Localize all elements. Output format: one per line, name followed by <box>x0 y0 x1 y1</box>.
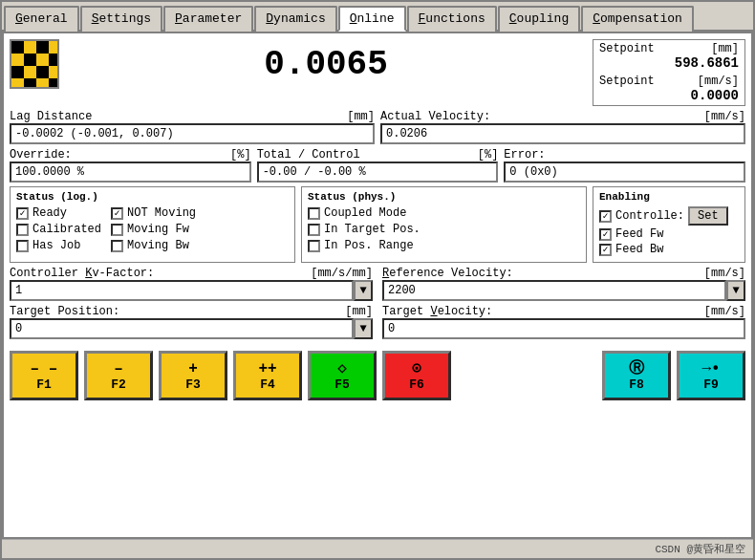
fn-f2-label: F2 <box>111 378 126 391</box>
cb-ready: Ready <box>16 206 101 220</box>
cb-calibrated-box[interactable] <box>16 224 29 236</box>
tab-dynamics[interactable]: Dynamics <box>254 6 336 32</box>
override-value: 100.0000 % <box>10 162 251 183</box>
position-value: 0.0065 <box>65 39 587 84</box>
cb-in-target-pos-box[interactable] <box>308 224 320 236</box>
footer-text: CSDN @黄昏和星空 <box>655 544 745 555</box>
lag-distance-label: Lag Distance <box>10 110 92 123</box>
fn-f2-button[interactable]: – F2 <box>84 351 153 400</box>
status-log-title: Status (log.) <box>16 191 289 203</box>
warning-icon <box>10 39 59 89</box>
cb-calibrated-label: Calibrated <box>32 223 101 236</box>
status-log-box: Status (log.) Ready Calibrated <box>10 186 295 263</box>
cb-moving-fw-label: Moving Fw <box>127 223 189 236</box>
target-vel-unit: [mm/s] <box>704 305 745 318</box>
enabling-title: Enabling <box>599 191 739 203</box>
ref-vel-input[interactable] <box>382 280 726 301</box>
status-log-col2: NOT Moving Moving Fw Moving Bw <box>111 206 196 252</box>
set-button[interactable]: Set <box>688 206 728 226</box>
override-unit: [%] <box>230 148 251 162</box>
setpoint-value-mms: 0.0000 <box>599 88 739 103</box>
lag-distance-value: -0.0002 (-0.001, 0.007) <box>10 123 375 144</box>
cb-controlle-label: Controlle: <box>615 209 684 223</box>
tab-general[interactable]: General <box>4 6 79 32</box>
ctrl-kv-input[interactable] <box>10 280 354 301</box>
fn-f4-button[interactable]: ++ F4 <box>233 351 302 400</box>
content-area: 0.0065 Setpoint [mm] 598.6861 Setpoint [… <box>2 32 753 539</box>
cb-feed-fw-label: Feed Fw <box>615 227 663 241</box>
target-pos-dropdown[interactable]: ▼ <box>354 318 373 339</box>
setpoint-label: Setpoint <box>599 42 655 55</box>
fn-f1-symbol: – – <box>31 361 58 377</box>
total-control-group: Total / Control [%] -0.00 / -0.00 % <box>257 148 499 183</box>
tab-settings[interactable]: Settings <box>80 6 162 32</box>
fn-spacer <box>457 351 596 400</box>
cb-moving-bw: Moving Bw <box>111 239 196 252</box>
cb-moving-fw: Moving Fw <box>111 223 196 236</box>
fn-f6-label: F6 <box>409 378 424 391</box>
ref-vel-group: Reference Velocity: [mm/s] ▼ <box>382 267 745 301</box>
tab-compensation[interactable]: Compensation <box>581 6 694 32</box>
top-row: 0.0065 Setpoint [mm] 598.6861 Setpoint [… <box>10 39 745 106</box>
cb-moving-bw-label: Moving Bw <box>127 239 189 252</box>
override-group: Override: [%] 100.0000 % <box>10 148 251 183</box>
fn-f8-symbol: Ⓡ <box>629 361 644 377</box>
cb-has-job-box[interactable] <box>16 240 29 252</box>
ctrl-kv-group: Controller Kv-Factor: [mm/s/mm] ▼ <box>10 267 373 301</box>
lag-distance-group: Lag Distance [mm] -0.0002 (-0.001, 0.007… <box>10 110 375 144</box>
status-log-checkboxes: Ready Calibrated Has Job <box>16 206 289 252</box>
cb-feed-bw-label: Feed Bw <box>615 243 663 256</box>
cb-has-job: Has Job <box>16 239 101 252</box>
lag-velocity-row: Lag Distance [mm] -0.0002 (-0.001, 0.007… <box>10 110 745 144</box>
target-pos-label-row: Target Position: [mm] <box>10 305 373 318</box>
ctrl-kv-label-row: Controller Kv-Factor: [mm/s/mm] <box>10 267 373 280</box>
actual-velocity-group: Actual Velocity: [mm/s] 0.0206 <box>380 110 745 144</box>
cb-not-moving-box[interactable] <box>111 207 123 220</box>
fn-f8-button[interactable]: Ⓡ F8 <box>602 351 671 400</box>
setpoint-block: Setpoint [mm] 598.6861 Setpoint [mm/s] 0… <box>593 39 745 106</box>
cb-coupled-mode-box[interactable] <box>308 207 320 220</box>
lag-distance-unit: [mm] <box>347 110 375 123</box>
target-pos-unit: [mm] <box>345 305 373 318</box>
fn-button-row: – – F1 – F2 + F3 ++ F4 ◇ F5 ⊙ F6 <box>10 347 745 400</box>
tab-coupling[interactable]: Coupling <box>498 6 580 32</box>
cb-not-moving: NOT Moving <box>111 206 196 220</box>
enabling-controlle-row: Controlle: Set <box>599 206 739 226</box>
actual-velocity-unit: [mm/s] <box>704 110 745 123</box>
fn-f1-button[interactable]: – – F1 <box>10 351 78 400</box>
ref-vel-label-row: Reference Velocity: [mm/s] <box>382 267 745 280</box>
cb-moving-fw-box[interactable] <box>111 224 123 236</box>
ref-vel-dropdown[interactable]: ▼ <box>726 280 745 301</box>
status-log-col1: Ready Calibrated Has Job <box>16 206 101 252</box>
cb-feed-fw-box[interactable] <box>599 228 612 241</box>
ref-vel-input-row: ▼ <box>382 280 745 301</box>
fn-f9-symbol: →• <box>701 361 720 377</box>
tab-online[interactable]: Online <box>338 6 406 32</box>
status-phys-box: Status (phys.) Coupled Mode In Target Po… <box>301 186 587 263</box>
tab-parameter[interactable]: Parameter <box>163 6 253 32</box>
fn-f2-symbol: – <box>114 361 123 377</box>
cb-in-pos-range-box[interactable] <box>308 240 320 252</box>
cb-not-moving-label: NOT Moving <box>127 206 196 220</box>
cb-controlle-box[interactable] <box>599 210 612 223</box>
error-group: Error: 0 (0x0) <box>504 148 745 183</box>
fn-f3-label: F3 <box>185 378 201 391</box>
fn-f9-button[interactable]: →• F9 <box>677 351 745 400</box>
cb-feed-bw-box[interactable] <box>599 244 612 256</box>
target-vel-label-row: Target Velocity: [mm/s] <box>382 305 745 318</box>
fn-f3-button[interactable]: + F3 <box>159 351 227 400</box>
fn-f5-button[interactable]: ◇ F5 <box>308 351 377 400</box>
enabling-feed-bw-row: Feed Bw <box>599 243 739 256</box>
fn-f4-label: F4 <box>260 378 275 391</box>
target-vel-input[interactable] <box>382 318 745 339</box>
target-vel-label: Target Velocity: <box>382 305 492 318</box>
tab-functions[interactable]: Functions <box>407 6 497 32</box>
cb-moving-bw-box[interactable] <box>111 240 123 252</box>
target-pos-input[interactable] <box>10 318 354 339</box>
ctrl-kv-dropdown[interactable]: ▼ <box>354 280 373 301</box>
fn-f6-button[interactable]: ⊙ F6 <box>382 351 451 400</box>
total-control-unit: [%] <box>478 148 499 162</box>
cb-ready-box[interactable] <box>16 207 29 220</box>
enabling-box: Enabling Controlle: Set Feed Fw Feed Bw <box>593 186 745 263</box>
setpoint-unit-mms: [mm/s] <box>698 75 739 88</box>
